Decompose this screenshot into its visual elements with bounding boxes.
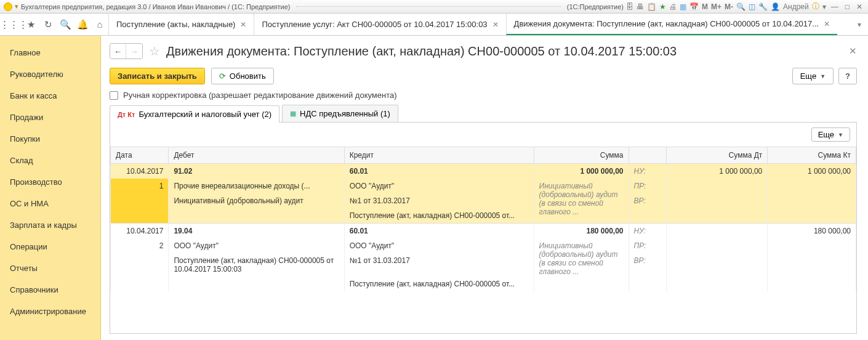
mminus-button[interactable]: M- <box>725 2 733 11</box>
sidebar-item[interactable]: Отчеты <box>0 257 100 279</box>
close-page-button[interactable]: ✕ <box>849 46 857 57</box>
dropdown-icon[interactable]: ▾ <box>15 2 18 10</box>
movements-table: Дата Дебет Кредит Сумма Сумма Дт Сумма К… <box>110 147 856 291</box>
info-dropdown-icon[interactable]: ▾ <box>822 2 826 11</box>
table-row[interactable]: Поступление (акт, накладная) CH00-000005… <box>111 208 856 224</box>
info-icon[interactable]: ⓘ <box>812 1 819 12</box>
manual-edit-checkbox[interactable] <box>110 91 118 100</box>
col-credit[interactable]: Кредит <box>344 147 534 164</box>
sidebar-item[interactable]: Администрирование <box>0 301 100 322</box>
sidebar-item[interactable]: Производство <box>0 171 100 193</box>
sidebar-item[interactable]: Покупки <box>0 128 100 150</box>
wrench-icon[interactable]: 🔧 <box>758 2 768 11</box>
star-icon[interactable]: ★ <box>659 2 666 11</box>
layout-icon[interactable]: ◫ <box>749 2 755 11</box>
apps-icon[interactable]: ⋮⋮⋮ <box>5 14 22 35</box>
col-sum-kt[interactable]: Сумма Кт <box>768 147 856 164</box>
tab[interactable]: Движения документа: Поступление (акт, на… <box>506 14 838 35</box>
subtab-label: Бухгалтерский и налоговый учет (2) <box>139 110 271 119</box>
cell-debit-sub2: Инициативный (добровольный) аудит <box>169 193 344 208</box>
calendar-icon[interactable]: 📅 <box>689 2 699 11</box>
accounting-icon: Дт Кт <box>118 111 135 118</box>
table-row[interactable]: 1Прочие внереализационные доходы (...ООО… <box>111 179 856 193</box>
sidebar-item[interactable]: Банк и касса <box>0 85 100 107</box>
db-icon[interactable]: 🗄 <box>626 2 633 11</box>
tab[interactable]: Поступление (акты, накладные)✕ <box>108 14 254 35</box>
tabs-bar: ⋮⋮⋮ ★ ↻ 🔍 🔔 ⌂ Поступление (акты, накладн… <box>0 14 868 36</box>
table-row[interactable]: 10.04.201719.0460.01180 000,00НУ:180 000… <box>111 224 856 239</box>
save-close-button[interactable]: Записать и закрыть <box>110 68 205 84</box>
refresh-label: Обновить <box>230 71 266 81</box>
window-titlebar: ▾ Бухгалтерия предприятия, редакция 3.0 … <box>0 0 868 14</box>
search-icon[interactable]: 🔍 <box>57 14 74 35</box>
tab-label: Поступление (акты, накладные) <box>116 20 235 29</box>
col-sum[interactable]: Сумма <box>534 147 629 164</box>
help-button[interactable]: ? <box>838 68 857 84</box>
sidebar-item[interactable]: Склад <box>0 150 100 171</box>
sidebar-item[interactable]: Зарплата и кадры <box>0 214 100 236</box>
sidebar: ГлавноеРуководителюБанк и кассаПродажиПо… <box>0 36 101 340</box>
minimize-button[interactable]: — <box>829 2 840 11</box>
cell-sum-dt: 1 000 000,00 <box>667 164 768 179</box>
sidebar-item[interactable]: Продажи <box>0 107 100 128</box>
nav-arrows: ← → <box>110 43 143 59</box>
tab[interactable]: Поступление услуг: Акт CH00-000005 от 10… <box>254 14 505 35</box>
cell-credit-sub2: №1 от 31.03.2017 <box>344 193 534 208</box>
sidebar-item[interactable]: Операции <box>0 236 100 257</box>
tab-label: Поступление услуг: Акт CH00-000005 от 10… <box>262 20 487 29</box>
sidebar-item[interactable]: Справочники <box>0 279 100 301</box>
cell-debit-acc: 19.04 <box>169 224 344 239</box>
table-row[interactable]: Поступление (акт, накладная) CH00-000005… <box>111 277 856 291</box>
tab-close-icon[interactable]: ✕ <box>492 20 499 29</box>
m-button[interactable]: M <box>702 2 708 11</box>
table-row[interactable]: Поступление (акт, накладная) CH00-000005… <box>111 253 856 277</box>
col-debit[interactable]: Дебет <box>169 147 344 164</box>
copy-icon[interactable]: 📋 <box>647 2 656 11</box>
tool-icon[interactable]: 🖨 <box>669 2 677 11</box>
tab-close-icon[interactable]: ✕ <box>240 20 246 29</box>
bell-icon[interactable]: 🔔 <box>74 14 91 35</box>
close-button[interactable]: ✕ <box>854 2 864 11</box>
subtab[interactable]: ▦НДС предъявленный (1) <box>282 105 398 122</box>
cell-credit-acc: 60.01 <box>344 164 534 179</box>
history-icon[interactable]: ↻ <box>39 14 57 35</box>
more-label: Еще <box>800 71 816 81</box>
cell-credit-acc: 60.01 <box>344 224 534 239</box>
favorite-star-icon[interactable]: ☆ <box>149 44 160 59</box>
col-date[interactable]: Дата <box>111 147 169 164</box>
user-icon: 👤 <box>771 2 780 11</box>
maximize-button[interactable]: □ <box>843 2 851 11</box>
more-button[interactable]: Еще ▼ <box>792 68 834 84</box>
cell-sum-note: Инициативный (добровольный) аудит (в свя… <box>534 238 629 291</box>
favorite-icon[interactable]: ★ <box>22 14 39 35</box>
refresh-button[interactable]: ⟳Обновить <box>211 68 274 84</box>
back-button[interactable]: ← <box>110 44 126 59</box>
grid-more-button[interactable]: Еще ▼ <box>811 127 850 142</box>
col-sum-dt[interactable]: Сумма Дт <box>667 147 768 164</box>
cell-sum: 180 000,00 <box>534 224 629 239</box>
tabs-overflow-icon[interactable]: ▾ <box>851 14 868 35</box>
cell-idx: 1 <box>111 179 169 224</box>
manual-edit-label: Ручная корректировка (разрешает редактир… <box>123 91 397 100</box>
subtab-label: НДС предъявленный (1) <box>300 109 390 118</box>
user-name[interactable]: Андрей <box>783 2 809 11</box>
cell-credit-sub2: №1 от 31.03.2017 <box>344 253 534 277</box>
cell-sum-kt: 180 000,00 <box>768 224 856 239</box>
sidebar-item[interactable]: Руководителю <box>0 63 100 85</box>
tab-close-icon[interactable]: ✕ <box>824 20 830 28</box>
grid-icon[interactable]: ▦ <box>680 2 686 11</box>
mplus-button[interactable]: M+ <box>711 2 721 11</box>
cell-vr-label: ВР: <box>629 253 667 277</box>
forward-button[interactable]: → <box>126 44 142 59</box>
subtab[interactable]: Дт КтБухгалтерский и налоговый учет (2) <box>110 105 279 123</box>
col-nu-spacer <box>629 147 667 164</box>
window-subtitle: (1С:Предприятие) <box>567 3 624 10</box>
sidebar-item[interactable]: Главное <box>0 42 100 63</box>
home-icon[interactable]: ⌂ <box>91 14 108 35</box>
print-icon[interactable]: 🖶 <box>637 2 644 11</box>
table-row[interactable]: Инициативный (добровольный) аудит№1 от 3… <box>111 193 856 208</box>
sidebar-item[interactable]: ОС и НМА <box>0 193 100 214</box>
table-row[interactable]: 2ООО "Аудит"ООО "Аудит"Инициативный (доб… <box>111 238 856 253</box>
table-row[interactable]: 10.04.201791.0260.011 000 000,00НУ:1 000… <box>111 164 856 179</box>
zoom-icon[interactable]: 🔍 <box>736 2 745 11</box>
